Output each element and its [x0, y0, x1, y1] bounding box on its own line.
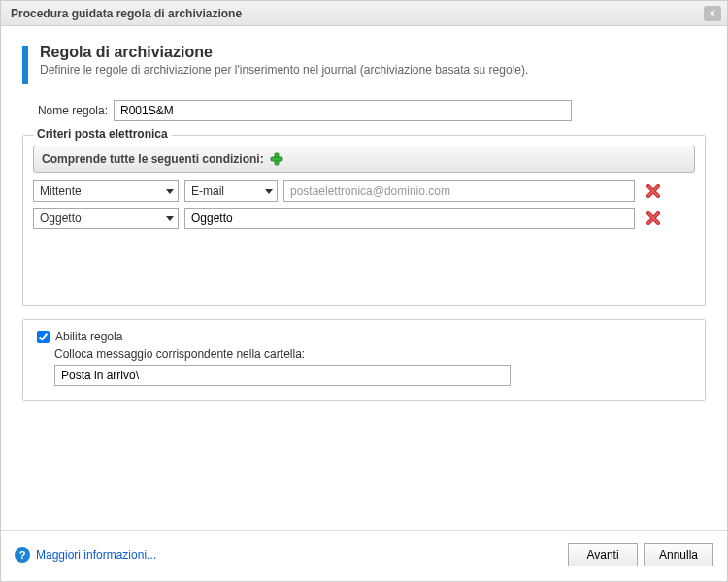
- header-text: Regola di archiviazione Definire le rego…: [40, 44, 528, 84]
- title-bar: Procedura guidata regola di archiviazion…: [1, 1, 727, 26]
- condition-field-value: Mittente: [40, 184, 82, 198]
- folder-label: Colloca messaggio corrispondente nella c…: [54, 347, 691, 361]
- rule-name-input[interactable]: [114, 100, 572, 121]
- content-area: Regola di archiviazione Definire le rego…: [1, 26, 727, 530]
- conditions-match-label: Comprende tutte le seguenti condizioni:: [42, 152, 264, 166]
- cancel-button[interactable]: Annulla: [644, 543, 713, 566]
- enable-fieldset: Abilita regola Colloca messaggio corrisp…: [22, 319, 706, 401]
- add-condition-icon[interactable]: [270, 152, 283, 166]
- conditions-header: Comprende tutte le seguenti condizioni:: [33, 146, 695, 173]
- condition-field-select[interactable]: Mittente: [33, 180, 179, 202]
- rule-name-label: Nome regola:: [22, 104, 108, 117]
- folder-input[interactable]: [54, 365, 511, 386]
- condition-field-select[interactable]: Oggetto: [33, 208, 179, 229]
- page-subtitle: Definire le regole di archiviazione per …: [40, 63, 528, 77]
- enable-rule-label: Abilita regola: [55, 330, 122, 343]
- page-header: Regola di archiviazione Definire le rego…: [22, 44, 706, 84]
- chevron-down-icon: [166, 216, 174, 221]
- condition-row: Oggetto: [33, 208, 695, 229]
- next-button[interactable]: Avanti: [568, 543, 638, 566]
- svg-rect-1: [271, 157, 282, 161]
- footer: ? Maggiori informazioni... Avanti Annull…: [1, 538, 727, 581]
- condition-attribute-select[interactable]: E-mail: [184, 180, 278, 202]
- condition-value-input[interactable]: [283, 180, 635, 202]
- page-title: Regola di archiviazione: [40, 44, 528, 61]
- enable-rule-checkbox[interactable]: [37, 331, 50, 343]
- chevron-down-icon: [166, 189, 174, 194]
- criteria-legend: Criteri posta elettronica: [33, 127, 172, 141]
- enable-rule-row: Abilita regola: [37, 330, 691, 343]
- condition-attribute-value: E-mail: [191, 184, 224, 198]
- delete-condition-icon[interactable]: [645, 210, 662, 227]
- wizard-window: Procedura guidata regola di archiviazion…: [0, 0, 728, 582]
- window-title: Procedura guidata regola di archiviazion…: [11, 7, 242, 20]
- footer-separator: [1, 530, 727, 531]
- condition-row: Mittente E-mail: [33, 180, 695, 202]
- header-accent-bar: [22, 46, 28, 84]
- delete-condition-icon[interactable]: [645, 182, 662, 200]
- chevron-down-icon: [265, 189, 273, 194]
- help-icon: ?: [15, 547, 30, 563]
- help-link[interactable]: ? Maggiori informazioni...: [15, 547, 156, 563]
- rule-name-row: Nome regola:: [22, 100, 706, 121]
- condition-field-value: Oggetto: [40, 211, 82, 225]
- criteria-fieldset: Criteri posta elettronica Comprende tutt…: [22, 135, 706, 306]
- close-icon[interactable]: ×: [704, 6, 721, 21]
- condition-value-input[interactable]: [184, 208, 635, 229]
- help-link-label: Maggiori informazioni...: [36, 548, 156, 562]
